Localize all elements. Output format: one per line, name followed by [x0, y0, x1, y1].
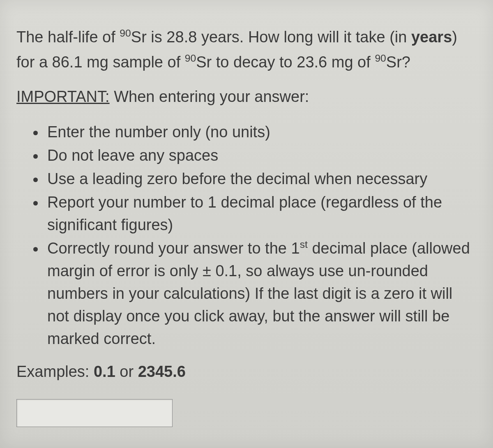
- example-val1: 0.1: [94, 363, 115, 380]
- bold-years: years: [411, 28, 452, 46]
- superscript-90-3: 90: [375, 53, 386, 64]
- rule-text: Use a leading zero before the decimal wh…: [47, 170, 427, 187]
- examples-label: Examples:: [16, 363, 94, 380]
- question-part2: Sr is 28.8 years. How long will it take …: [131, 28, 411, 46]
- list-item: Report your number to 1 decimal place (r…: [45, 191, 477, 236]
- important-rest: When entering your answer:: [110, 88, 309, 105]
- superscript-90-2: 90: [185, 53, 196, 64]
- rule-text: Enter the number only (no units): [47, 123, 270, 141]
- examples-or: or: [115, 363, 138, 380]
- important-line: IMPORTANT: When entering your answer:: [16, 85, 477, 109]
- rules-list: Enter the number only (no units) Do not …: [16, 121, 477, 351]
- list-item: Enter the number only (no units): [45, 121, 477, 143]
- question-part1: The half-life of: [16, 28, 120, 46]
- list-item: Use a leading zero before the decimal wh…: [45, 168, 477, 190]
- question-text: The half-life of 90Sr is 28.8 years. How…: [16, 25, 477, 75]
- example-val2: 2345.6: [138, 363, 186, 380]
- list-item: Correctly round your answer to the 1st d…: [45, 237, 477, 350]
- superscript-st: st: [300, 239, 308, 250]
- examples-line: Examples: 0.1 or 2345.6: [16, 363, 477, 381]
- rule-text: Do not leave any spaces: [47, 147, 218, 164]
- superscript-90-1: 90: [120, 28, 131, 39]
- question-part5: Sr?: [386, 53, 410, 71]
- answer-input[interactable]: [16, 399, 173, 427]
- rule-pre: Correctly round your answer to the 1: [47, 240, 300, 257]
- list-item: Do not leave any spaces: [45, 144, 477, 167]
- rule-text: Report your number to 1 decimal place (r…: [47, 194, 442, 233]
- question-container: The half-life of 90Sr is 28.8 years. How…: [0, 0, 493, 448]
- question-part4: Sr to decay to 23.6 mg of: [196, 53, 375, 71]
- important-label: IMPORTANT:: [16, 88, 110, 105]
